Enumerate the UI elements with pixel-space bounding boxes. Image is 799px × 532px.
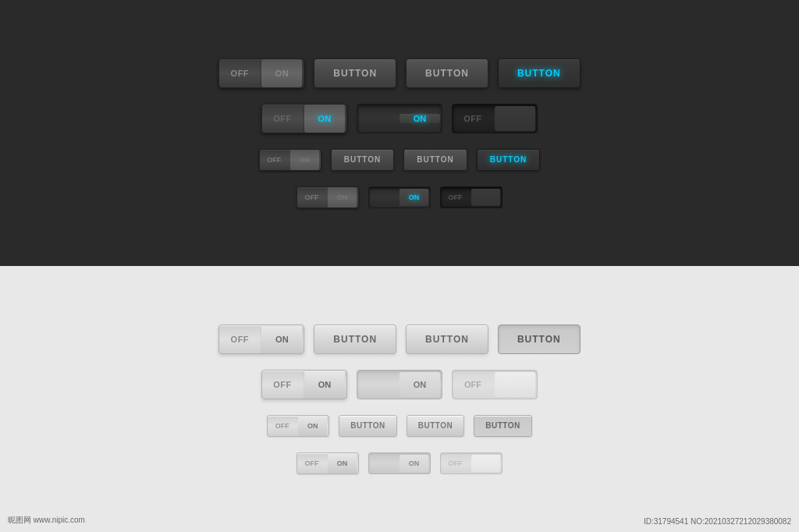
light-small-btn-2[interactable]: BUTTON: [407, 415, 464, 437]
light-small-toggle-off: OFF: [268, 416, 297, 436]
light-small-toggle2-on: ON: [328, 453, 357, 473]
dark-toggle2-on-label: ON: [304, 105, 345, 133]
dark-slider-on: ON: [400, 114, 440, 123]
light-small-slider-1[interactable]: ON: [368, 452, 431, 474]
light-toggle-small-2[interactable]: OFF ON: [297, 452, 359, 474]
light-small-toggle-on: ON: [298, 416, 327, 436]
dark-large-row1: OFF ON BUTTON BUTTON BUTTON: [218, 59, 580, 88]
dark-small-toggle2-on: ON: [328, 187, 357, 207]
dark-toggle-on-label: ON: [261, 59, 302, 87]
dark-slider-1[interactable]: ON: [357, 104, 442, 133]
dark-toggle-off-label: OFF: [219, 59, 260, 87]
dark-toggle-small-1[interactable]: OFF ON: [259, 149, 321, 171]
dark-small-off-thumb: [471, 189, 500, 206]
light-toggle2-off-label: OFF: [262, 371, 303, 399]
dark-small-row2: OFF ON ON OFF: [297, 186, 502, 208]
dark-small-slider-on: ON: [400, 189, 428, 206]
light-large-row1: OFF ON BUTTON BUTTON BUTTON: [218, 325, 580, 354]
light-small-off-slider[interactable]: OFF: [440, 452, 502, 474]
light-toggle-large-1[interactable]: OFF ON: [218, 325, 304, 354]
dark-small-slider-1[interactable]: ON: [368, 186, 431, 208]
light-slider-1[interactable]: ON: [357, 370, 442, 399]
light-off-slider-thumb: [495, 372, 535, 397]
light-small-btn-1[interactable]: BUTTON: [339, 415, 396, 437]
light-btn-2[interactable]: BUTTON: [406, 325, 488, 354]
light-small-btn-3-active[interactable]: BUTTON: [474, 415, 531, 437]
light-toggle-off-label: OFF: [219, 325, 260, 353]
light-small-row1: OFF ON BUTTON BUTTON BUTTON: [267, 415, 531, 437]
dark-toggle-large-1[interactable]: OFF ON: [218, 59, 304, 88]
light-off-slider-off: OFF: [453, 380, 493, 389]
dark-small-off-label: OFF: [441, 193, 470, 201]
light-small-row2: OFF ON ON OFF: [297, 452, 502, 474]
dark-small-toggle-off: OFF: [260, 150, 289, 170]
dark-small-btn-3-active[interactable]: BUTTON: [477, 149, 540, 171]
light-small-toggle2-off: OFF: [297, 453, 326, 473]
dark-off-slider-thumb: [495, 106, 535, 131]
light-btn-1[interactable]: BUTTON: [314, 325, 396, 354]
light-toggle-on-label: ON: [261, 325, 302, 353]
light-theme-section: OFF ON BUTTON BUTTON BUTTON OFF ON ON OF…: [0, 266, 799, 532]
dark-toggle-large-2[interactable]: OFF ON: [261, 104, 347, 133]
dark-off-slider-off: OFF: [453, 114, 493, 123]
light-small-off-thumb: [471, 455, 500, 472]
dark-off-slider-1[interactable]: OFF: [452, 104, 538, 133]
dark-small-btn-1[interactable]: BUTTON: [331, 149, 394, 171]
dark-small-off-slider[interactable]: OFF: [440, 186, 502, 208]
watermark-right: ID:31794541 NO:20210327212029380082: [644, 517, 791, 526]
light-off-slider-1[interactable]: OFF: [452, 370, 538, 399]
light-btn-3-active[interactable]: BUTTON: [498, 325, 581, 354]
dark-btn-2[interactable]: BUTTON: [406, 59, 488, 88]
watermark-left: 昵图网 www.nipic.com: [8, 515, 85, 526]
dark-btn-3-active[interactable]: BUTTON: [498, 59, 581, 88]
light-toggle-small-1[interactable]: OFF ON: [267, 415, 329, 437]
light-toggle2-on-label: ON: [304, 371, 345, 399]
light-small-slider-on: ON: [400, 455, 428, 472]
light-slider-on: ON: [400, 372, 440, 397]
dark-btn-1[interactable]: BUTTON: [314, 59, 396, 88]
light-large-row2: OFF ON ON OFF: [261, 370, 538, 399]
dark-large-row2: OFF ON ON OFF: [261, 104, 538, 133]
dark-toggle2-off-label: OFF: [262, 105, 303, 133]
dark-small-btn-2[interactable]: BUTTON: [403, 149, 467, 171]
dark-small-toggle2-off: OFF: [297, 187, 326, 207]
dark-small-toggle-on: ON: [290, 150, 319, 170]
light-small-off-label: OFF: [441, 459, 470, 467]
dark-theme-section: OFF ON BUTTON BUTTON BUTTON OFF ON ON OF…: [0, 0, 799, 266]
dark-toggle-small-2[interactable]: OFF ON: [297, 186, 359, 208]
light-toggle-large-2[interactable]: OFF ON: [261, 370, 347, 399]
dark-small-row1: OFF ON BUTTON BUTTON BUTTON: [259, 149, 540, 171]
